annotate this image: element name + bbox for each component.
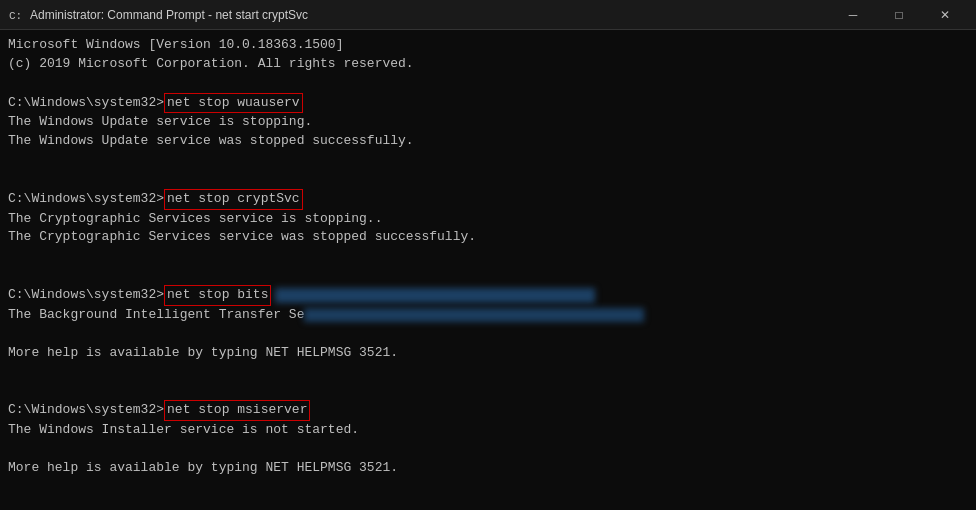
minimize-button[interactable]: ─ <box>830 0 876 30</box>
command-line: C:\Windows\system32>net stop cryptSvc <box>8 189 968 210</box>
empty-line <box>8 381 968 400</box>
empty-line <box>8 247 968 266</box>
empty-line <box>8 151 968 170</box>
empty-line <box>8 266 968 285</box>
output-line: (c) 2019 Microsoft Corporation. All righ… <box>8 55 968 74</box>
output-line: More help is available by typing NET HEL… <box>8 459 968 478</box>
cmd-icon: C: <box>8 7 24 23</box>
empty-line <box>8 477 968 496</box>
command-text: net stop wuauserv <box>164 93 303 114</box>
prompt: C:\Windows\system32> <box>8 94 164 113</box>
terminal-body: Microsoft Windows [Version 10.0.18363.15… <box>0 30 976 510</box>
blurred-region <box>304 308 644 322</box>
svg-text:C:: C: <box>9 10 22 22</box>
output-line: The Windows Update service was stopped s… <box>8 132 968 151</box>
output-line: The Windows Installer service is not sta… <box>8 421 968 440</box>
output-line: The Windows Update service is stopping. <box>8 113 968 132</box>
output-line: More help is available by typing NET HEL… <box>8 344 968 363</box>
output-text: The Background Intelligent Transfer Se <box>8 306 304 325</box>
command-line: C:\Windows\system32>net stop msiserver <box>8 400 968 421</box>
empty-line <box>8 496 968 510</box>
output-line: The Cryptographic Services service was s… <box>8 228 968 247</box>
command-text: net stop msiserver <box>164 400 310 421</box>
title-bar-left: C: Administrator: Command Prompt - net s… <box>8 7 308 23</box>
empty-line <box>8 440 968 459</box>
prompt: C:\Windows\system32> <box>8 286 164 305</box>
command-line: C:\Windows\system32>net stop wuauserv <box>8 93 968 114</box>
close-button[interactable]: ✕ <box>922 0 968 30</box>
blurred-region <box>275 288 595 302</box>
title-bar-controls: ─ □ ✕ <box>830 0 968 30</box>
empty-line <box>8 74 968 93</box>
prompt: C:\Windows\system32> <box>8 190 164 209</box>
empty-line <box>8 362 968 381</box>
prompt: C:\Windows\system32> <box>8 401 164 420</box>
command-text: net stop cryptSvc <box>164 189 303 210</box>
window-container: C: Administrator: Command Prompt - net s… <box>0 0 976 510</box>
empty-line <box>8 170 968 189</box>
maximize-button[interactable]: □ <box>876 0 922 30</box>
command-text: net stop bits <box>164 285 271 306</box>
empty-line <box>8 325 968 344</box>
output-line: The Cryptographic Services service is st… <box>8 210 968 229</box>
window-title: Administrator: Command Prompt - net star… <box>30 8 308 22</box>
command-line: C:\Windows\system32>net stop bits <box>8 285 968 306</box>
title-bar: C: Administrator: Command Prompt - net s… <box>0 0 976 30</box>
output-line: Microsoft Windows [Version 10.0.18363.15… <box>8 36 968 55</box>
output-line: The Background Intelligent Transfer Se <box>8 306 968 325</box>
